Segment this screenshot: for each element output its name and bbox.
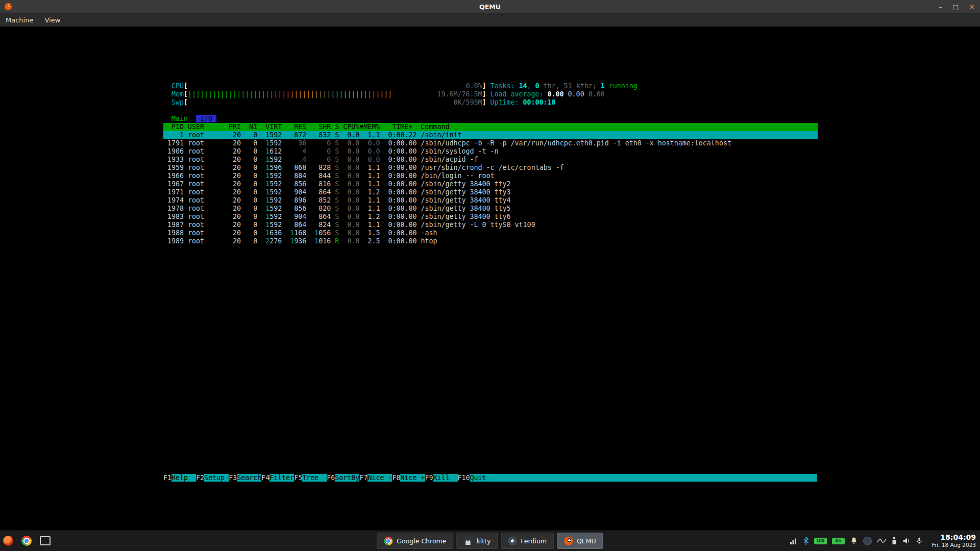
fkey-f1[interactable]: F1 bbox=[163, 474, 172, 482]
text-segment bbox=[261, 229, 265, 237]
fkey-f8[interactable]: F8 bbox=[392, 474, 400, 482]
text-segment: 596 bbox=[270, 164, 286, 171]
text-segment: ] bbox=[482, 82, 490, 90]
taskbar-button-kitty[interactable]: kitty bbox=[456, 533, 498, 549]
process-pid: 1967 bbox=[163, 180, 188, 188]
process-cpu: 0.0 bbox=[343, 205, 359, 212]
process-row[interactable]: 1 root 20 0 1592 872 832 S 0.0 1.1 0:00.… bbox=[163, 131, 818, 139]
fkey-f2-label[interactable]: Setup bbox=[204, 474, 229, 482]
process-mem: 0.0 bbox=[363, 147, 380, 155]
process-mem: 2.5 bbox=[363, 237, 380, 245]
process-command: /sbin/getty 38400 tty3 bbox=[421, 188, 510, 196]
fkey-f3[interactable]: F3 bbox=[229, 474, 237, 482]
process-row[interactable]: 1959 root 20 0 1596 868 828 S 0.0 1.1 0:… bbox=[163, 164, 818, 172]
tab-main[interactable]: Main bbox=[172, 115, 188, 122]
clock[interactable]: 18:04:09 Fri, 18 Aug 2023 bbox=[932, 533, 976, 548]
process-row[interactable]: 1791 root 20 0 1592 36 0 S 0.0 0.0 0:00.… bbox=[163, 139, 818, 147]
text-segment: 20 0 bbox=[229, 213, 261, 220]
process-row[interactable]: 1978 root 20 0 1592 856 820 S 0.0 1.1 0:… bbox=[163, 205, 818, 213]
text-segment: 0 bbox=[310, 139, 335, 147]
header-columns: MEM% TIME+ Command bbox=[363, 123, 449, 131]
blank-row bbox=[163, 262, 818, 270]
tab-io[interactable]: I/O bbox=[196, 115, 216, 122]
battery-indicator-2[interactable]: 65 bbox=[832, 538, 845, 544]
taskbar-button-chrome[interactable]: Google Chrome bbox=[377, 533, 453, 549]
text-segment: 0 bbox=[310, 147, 335, 155]
vm-display-area[interactable]: CPU[ 0.0%] Tasks: 14, 0 thr, 51 kthr; 1 … bbox=[0, 27, 980, 531]
fkey-f5[interactable]: F5 bbox=[294, 474, 302, 482]
text-segment bbox=[163, 115, 172, 122]
fkey-f9[interactable]: F9 bbox=[425, 474, 433, 482]
microphone-icon[interactable] bbox=[916, 537, 923, 545]
process-pid: 1983 bbox=[163, 213, 188, 220]
volume-icon[interactable] bbox=[902, 537, 911, 545]
text-segment bbox=[261, 164, 265, 171]
fkey-f6-label[interactable]: SortBy bbox=[335, 474, 359, 482]
blank-row bbox=[163, 433, 818, 441]
taskbar-button-ferdium[interactable]: Ferdium bbox=[501, 533, 554, 549]
close-button[interactable]: × bbox=[969, 3, 975, 10]
table-header[interactable]: PID USER PRI NI VIRT RES SHR S CPU%▼MEM%… bbox=[163, 123, 818, 131]
fkey-f8-label[interactable]: Nice + bbox=[400, 474, 425, 482]
process-row[interactable]: 1988 root 20 0 1636 1168 1056 S 0.0 1.5 … bbox=[163, 229, 818, 237]
fkey-f1-label[interactable]: Help bbox=[172, 474, 196, 482]
chrome-launcher-icon[interactable] bbox=[21, 536, 32, 546]
fkey-f9-label[interactable]: Kill bbox=[433, 474, 458, 482]
text-segment: [ bbox=[184, 98, 188, 106]
taskbar-button-label: QEMU bbox=[577, 537, 596, 545]
app-launcher-icon[interactable] bbox=[3, 536, 13, 546]
show-desktop-icon[interactable] bbox=[40, 536, 51, 545]
process-row[interactable]: 1987 root 20 0 1592 864 824 S 0.0 1.1 0:… bbox=[163, 221, 818, 229]
minimize-button[interactable]: – bbox=[939, 4, 942, 10]
blank-row bbox=[163, 303, 818, 311]
notification-bell-icon[interactable] bbox=[850, 537, 858, 545]
blank-row bbox=[163, 466, 818, 474]
process-row[interactable]: 1974 root 20 0 1592 896 852 S 0.0 1.1 0:… bbox=[163, 196, 818, 205]
text-segment: 1 bbox=[265, 229, 270, 237]
fkey-f5-label[interactable]: Tree bbox=[302, 474, 327, 482]
process-row[interactable]: 1933 root 20 0 1592 4 0 S 0.0 0.0 0:00.0… bbox=[163, 156, 818, 164]
fkey-f7[interactable]: F7 bbox=[359, 474, 368, 482]
fkey-f6[interactable]: F6 bbox=[327, 474, 335, 482]
process-row[interactable]: 1971 root 20 0 1592 904 864 S 0.0 1.2 0:… bbox=[163, 188, 818, 196]
process-row[interactable]: 1966 root 20 0 1592 884 844 S 0.0 1.1 0:… bbox=[163, 172, 818, 180]
removable-media-icon[interactable] bbox=[891, 537, 897, 545]
maximize-button[interactable]: □ bbox=[952, 4, 959, 10]
fkey-f4-label[interactable]: Filter bbox=[270, 474, 294, 482]
desktop: QEMU – □ × Machine View CPU[ 0.0%] Tasks… bbox=[0, 0, 980, 551]
taskbar-button-qemu[interactable]: QEMU bbox=[557, 533, 603, 549]
process-row[interactable]: 1989 root 20 0 2276 1936 1016 R 0.0 2.5 … bbox=[163, 237, 818, 245]
text-segment: 592 bbox=[270, 188, 286, 196]
menu-item-view[interactable]: View bbox=[39, 14, 66, 27]
network-signal-icon[interactable] bbox=[790, 537, 798, 545]
meter-row-cpu: CPU[ 0.0%] Tasks: 14, 0 thr, 51 kthr; 1 … bbox=[163, 82, 818, 90]
fkey-f10[interactable]: F10 bbox=[458, 474, 470, 482]
text-segment: 20 0 bbox=[229, 131, 261, 139]
menu-item-machine[interactable]: Machine bbox=[0, 14, 39, 27]
process-row[interactable]: 1906 root 20 0 1612 4 0 S 0.0 0.0 0:00.0… bbox=[163, 147, 818, 156]
taskbar-button-label: Google Chrome bbox=[397, 537, 446, 545]
fkey-f7-label[interactable]: Nice - bbox=[368, 474, 392, 482]
fkey-f10-label[interactable]: Quit bbox=[470, 474, 495, 482]
text-segment: 20 0 bbox=[229, 156, 261, 163]
battery-indicator-1[interactable]: 100 bbox=[814, 538, 827, 544]
network-vpn-icon[interactable] bbox=[877, 537, 886, 544]
night-light-icon[interactable] bbox=[863, 537, 872, 545]
blank-row bbox=[163, 441, 818, 449]
process-time: 0:00.00 bbox=[380, 172, 421, 180]
text-segment: 20 0 bbox=[229, 237, 261, 245]
process-row[interactable]: 1983 root 20 0 1592 904 864 S 0.0 1.2 0:… bbox=[163, 213, 818, 221]
process-pid: 1989 bbox=[163, 237, 188, 245]
blank-row bbox=[163, 254, 818, 262]
fkey-f4[interactable]: F4 bbox=[261, 474, 270, 482]
clock-date: Fri, 18 Aug 2023 bbox=[932, 542, 976, 548]
process-row[interactable]: 1967 root 20 0 1592 856 816 S 0.0 1.1 0:… bbox=[163, 180, 818, 188]
fkey-f2[interactable]: F2 bbox=[196, 474, 204, 482]
htop-terminal[interactable]: CPU[ 0.0%] Tasks: 14, 0 thr, 51 kthr; 1 … bbox=[163, 82, 818, 482]
bluetooth-icon[interactable] bbox=[803, 537, 809, 545]
text-segment: 884 bbox=[286, 172, 310, 180]
process-time: 0:00.22 bbox=[380, 131, 421, 139]
text-segment: 20 0 bbox=[229, 164, 261, 171]
text-segment bbox=[163, 90, 172, 98]
fkey-f3-label[interactable]: Search bbox=[237, 474, 261, 482]
